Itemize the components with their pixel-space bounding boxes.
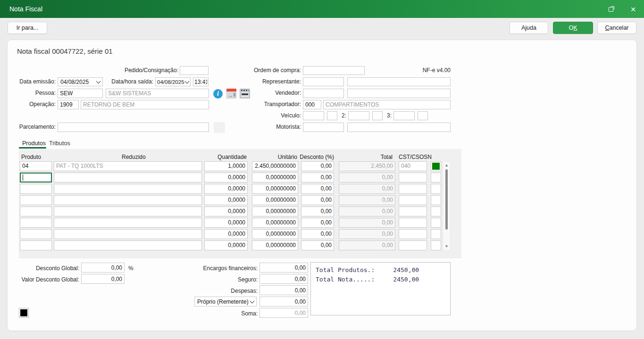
grid-cell-quantidade[interactable]: 0,0000	[204, 229, 248, 239]
tab-produtos[interactable]: Produtos	[22, 140, 46, 147]
data-emissao-select[interactable]: 04/08/2025	[58, 77, 103, 86]
chevron-down-icon	[250, 298, 255, 303]
help-button[interactable]: Ajuda	[510, 22, 548, 34]
grid-cell-unitario[interactable]: 0,00000000	[252, 218, 298, 228]
grid-cell-produto[interactable]	[20, 195, 52, 205]
grid-cell-produto[interactable]	[20, 229, 52, 239]
grid-cell-desconto[interactable]: 0,00	[301, 161, 334, 171]
veiculo-3-uf-input[interactable]	[418, 111, 428, 120]
transportador-code-input[interactable]	[303, 100, 321, 109]
grid-cell-quantidade[interactable]: 0,0000	[204, 173, 248, 182]
row-flag-indicator	[431, 240, 441, 250]
veiculo-2-uf-input[interactable]	[372, 111, 383, 120]
grid-cell-cst[interactable]	[399, 218, 427, 228]
pessoa-code-input[interactable]	[58, 89, 103, 98]
grid-cell-quantidade[interactable]: 0,0000	[204, 240, 248, 250]
grid-cell-quantidade[interactable]: 0,0000	[204, 207, 248, 216]
grid-cell-quantidade[interactable]: 0,0000	[204, 218, 248, 228]
grid-cell-reduzido[interactable]	[54, 229, 202, 239]
veiculo-3-placa-input[interactable]	[393, 111, 415, 120]
tab-tributos[interactable]: Tributos	[49, 140, 70, 147]
motorista-name-input[interactable]	[347, 123, 451, 132]
grid-cell-desconto[interactable]: 0,00	[301, 229, 334, 239]
grid-cell-cst[interactable]	[399, 173, 427, 182]
vendedor-name-input[interactable]	[347, 89, 451, 98]
grid-cell-unitario[interactable]: 2.450,00000000	[252, 161, 298, 171]
desconto-global-input[interactable]	[81, 263, 125, 273]
frete-tipo-select[interactable]: Próprio (Remetente)	[194, 297, 257, 306]
column-header-cst: CST/CSOSN	[399, 154, 432, 160]
grid-cell-quantidade[interactable]: 0,0000	[204, 184, 248, 194]
operacao-name-input[interactable]	[81, 100, 209, 109]
grid-cell-reduzido[interactable]	[54, 207, 202, 216]
seguro-label: Seguro:	[163, 276, 258, 283]
grid-cell-cst[interactable]	[399, 184, 427, 194]
grid-cell-reduzido[interactable]	[54, 195, 202, 205]
ok-button[interactable]: OK	[553, 22, 593, 34]
motorista-code-input[interactable]	[303, 123, 344, 132]
grid-cell-unitario[interactable]: 0,00000000	[252, 240, 298, 250]
grid-cell-quantidade[interactable]: 1,0000	[204, 161, 248, 171]
grid-cell-desconto[interactable]: 0,00	[301, 207, 334, 216]
scrollbar-thumb[interactable]	[445, 169, 448, 230]
grid-cell-unitario[interactable]: 0,00000000	[252, 195, 298, 205]
scroll-down-icon[interactable]: ▼	[443, 244, 451, 249]
representante-code-input[interactable]	[303, 77, 344, 86]
frete-valor-input[interactable]	[259, 297, 308, 306]
grid-cell-produto[interactable]	[20, 184, 52, 194]
grid-cell-reduzido[interactable]	[54, 240, 202, 250]
cancel-button[interactable]: Cancelar	[597, 22, 636, 34]
veiculo-1-uf-input[interactable]	[327, 111, 337, 120]
grid-cell-produto[interactable]	[20, 207, 52, 216]
representante-name-input[interactable]	[347, 77, 451, 86]
close-window-button[interactable]: ×	[622, 0, 644, 18]
grid-cell-produto[interactable]	[20, 240, 52, 250]
grid-cell-cst[interactable]	[399, 207, 427, 216]
pedido-consignacao-input[interactable]	[180, 66, 209, 75]
grid-cell-desconto[interactable]: 0,00	[301, 218, 334, 228]
grid-cell-reduzido[interactable]	[54, 184, 202, 194]
parcelamento-input[interactable]	[58, 123, 209, 132]
grid-cell-cst[interactable]	[399, 240, 427, 250]
restore-window-button[interactable]	[601, 0, 622, 18]
veiculo-label: Veículo:	[206, 112, 301, 119]
veiculo-2-label: 2:	[340, 112, 346, 119]
veiculo-2-placa-input[interactable]	[348, 111, 369, 120]
grid-cell-desconto[interactable]: 0,00	[301, 173, 334, 182]
operacao-code-input[interactable]	[58, 100, 79, 109]
grid-cell-produto[interactable]	[20, 218, 52, 228]
encargos-input[interactable]	[259, 263, 308, 273]
data-saida-select[interactable]: 04/08/2025	[155, 77, 191, 86]
ordem-compra-input[interactable]	[303, 66, 365, 75]
products-grid: Produto Reduzido Quantidade Unitário Des…	[19, 149, 461, 258]
grid-cell-cst[interactable]: 040	[399, 161, 427, 171]
transportador-name-input[interactable]	[323, 100, 451, 109]
grid-cell-unitario[interactable]: 0,00000000	[252, 229, 298, 239]
grid-cell-cst[interactable]	[399, 195, 427, 205]
pedido-consignacao-label: Pedido/Consignação:	[109, 67, 178, 74]
grid-cell-quantidade[interactable]: 0,0000	[204, 195, 248, 205]
scroll-up-icon[interactable]: ▲	[443, 163, 451, 168]
grid-cell-unitario[interactable]: 0,00000000	[252, 184, 298, 194]
row-flag-indicator	[431, 161, 441, 171]
data-saida-value: 04/08/2025	[157, 79, 184, 85]
grid-cell-unitario[interactable]: 0,00000000	[252, 207, 298, 216]
grid-cell-desconto[interactable]: 0,00	[301, 184, 334, 194]
grid-cell-produto[interactable]: 04	[20, 161, 52, 171]
grid-cell-desconto[interactable]: 0,00	[301, 240, 334, 250]
go-to-button[interactable]: Ir para...	[8, 22, 47, 34]
grid-cell-reduzido[interactable]	[54, 173, 202, 182]
grid-cell-produto[interactable]	[20, 173, 52, 182]
grid-cell-cst[interactable]	[399, 229, 427, 239]
vendedor-code-input[interactable]	[303, 89, 344, 98]
pessoa-name-input[interactable]	[106, 89, 209, 98]
despesas-input[interactable]	[259, 285, 308, 295]
grid-cell-reduzido[interactable]	[54, 218, 202, 228]
grid-scrollbar[interactable]: ▲ ▼	[443, 161, 451, 251]
veiculo-1-placa-input[interactable]	[303, 111, 324, 120]
valor-desconto-global-input[interactable]	[81, 274, 125, 284]
grid-cell-reduzido[interactable]: PAT - TQ 1000LTS	[54, 161, 202, 171]
grid-cell-desconto[interactable]: 0,00	[301, 195, 334, 205]
grid-cell-unitario[interactable]: 0,00000000	[252, 173, 298, 182]
seguro-input[interactable]	[259, 274, 308, 284]
